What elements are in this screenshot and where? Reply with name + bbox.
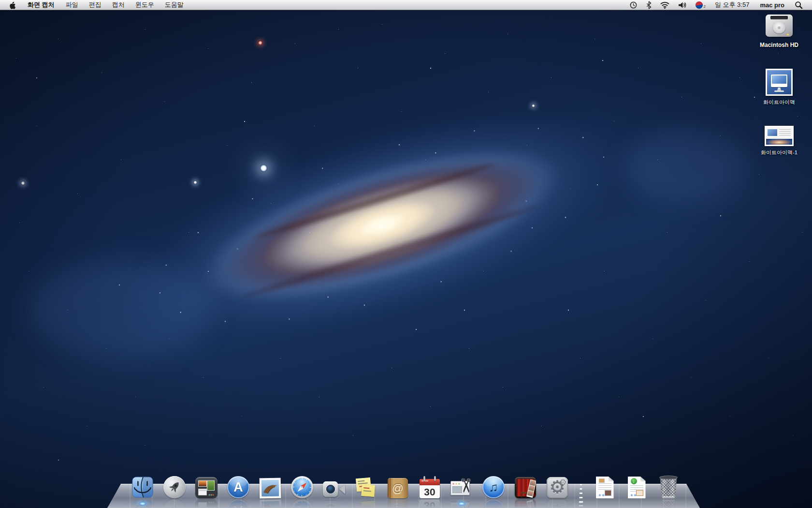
dock-item-trash[interactable] bbox=[657, 476, 680, 498]
dock-item-document-1[interactable] bbox=[593, 477, 616, 498]
calendar-day: 30 bbox=[420, 485, 440, 498]
stickies-icon bbox=[355, 477, 377, 498]
menu-help[interactable]: 도움말 bbox=[160, 0, 189, 9]
dock-item-document-2[interactable]: ↓ bbox=[625, 477, 648, 498]
at-glyph: @ bbox=[392, 481, 404, 495]
dock-item-system-preferences[interactable]: ⚙ ⚙ bbox=[546, 477, 569, 498]
dock-separator bbox=[578, 484, 584, 498]
itunes-icon: ♫ bbox=[482, 476, 505, 498]
desktop-icon-macintosh-hd[interactable]: Macintosh HD bbox=[752, 14, 806, 48]
clock[interactable]: 일 오후 3:57 bbox=[710, 0, 754, 9]
grab-icon: ✂ bbox=[450, 477, 473, 498]
mission-control-icon bbox=[195, 477, 218, 498]
address-book-icon: @ bbox=[388, 478, 408, 498]
korean-flag-icon bbox=[696, 1, 703, 9]
dock-item-address-book[interactable]: @ bbox=[386, 478, 409, 498]
desktop-icon-white-imac[interactable]: 화이트아이맥 bbox=[752, 69, 806, 105]
menu-edit[interactable]: 편집 bbox=[84, 0, 107, 9]
apple-menu[interactable] bbox=[6, 0, 22, 10]
dock-item-photo-booth[interactable] bbox=[514, 477, 537, 498]
image-file-icon bbox=[765, 126, 794, 146]
bluetooth-menu[interactable] bbox=[642, 0, 656, 10]
dock: A bbox=[0, 460, 812, 508]
photo-booth-icon bbox=[515, 477, 536, 498]
menu-file[interactable]: 파일 bbox=[60, 0, 84, 9]
volume-icon bbox=[678, 1, 687, 9]
music-note-glyph: ♫ bbox=[489, 480, 498, 495]
spotlight-menu[interactable] bbox=[790, 0, 807, 10]
finder-icon bbox=[131, 476, 154, 498]
image-file-icon bbox=[766, 69, 793, 96]
macos-desktop: { "menu_bar": { "apple_menu": "apple-log… bbox=[0, 0, 812, 508]
apple-logo-icon bbox=[9, 1, 16, 9]
document-icon bbox=[596, 477, 614, 498]
dock-item-ical[interactable]: 30 bbox=[418, 476, 441, 498]
running-indicator bbox=[458, 502, 465, 506]
ical-icon: 30 bbox=[420, 479, 440, 498]
small-gear-icon: ⚙ bbox=[559, 477, 567, 488]
safari-icon bbox=[291, 476, 313, 498]
dock-item-stickies[interactable] bbox=[354, 477, 377, 498]
document-download-icon: ↓ bbox=[628, 477, 646, 498]
input-source-menu[interactable]: 2 bbox=[691, 0, 710, 10]
active-app-menu[interactable]: 화면 캡처 bbox=[22, 0, 60, 9]
bluetooth-icon bbox=[646, 1, 652, 9]
input-badge: 2 bbox=[703, 4, 705, 9]
system-preferences-icon: ⚙ ⚙ bbox=[547, 477, 568, 498]
dock-item-finder[interactable] bbox=[131, 476, 154, 498]
running-indicator bbox=[139, 502, 146, 506]
volume-menu[interactable] bbox=[674, 0, 691, 10]
dock-item-safari[interactable] bbox=[290, 476, 314, 498]
dock-item-grab[interactable]: ✂ bbox=[450, 477, 473, 498]
spotlight-search-icon bbox=[795, 1, 803, 9]
dock-item-facetime[interactable] bbox=[322, 480, 346, 498]
facetime-icon bbox=[323, 480, 345, 498]
vignette bbox=[0, 0, 812, 508]
scissors-glyph: ✂ bbox=[455, 478, 477, 494]
launchpad-icon bbox=[163, 476, 186, 498]
dock-item-app-store[interactable]: A bbox=[227, 476, 250, 498]
dock-item-mission-control[interactable] bbox=[195, 477, 218, 498]
dock-item-mail[interactable] bbox=[259, 478, 282, 498]
desktop-icon-label: 화이트아이맥-1 bbox=[761, 149, 798, 156]
wifi-menu[interactable] bbox=[656, 0, 674, 10]
menu-capture[interactable]: 캡처 bbox=[107, 0, 130, 9]
mail-stamp-icon bbox=[260, 478, 281, 499]
time-machine-menu[interactable] bbox=[625, 0, 642, 10]
wallpaper-andromeda-galaxy bbox=[0, 0, 812, 508]
download-badge: ↓ bbox=[631, 478, 637, 484]
hard-drive-icon bbox=[765, 14, 793, 39]
app-store-icon: A bbox=[227, 476, 249, 498]
wifi-icon bbox=[660, 1, 669, 9]
time-machine-icon bbox=[629, 1, 638, 9]
dock-item-launchpad[interactable] bbox=[163, 476, 186, 498]
desktop-icon-white-imac-1[interactable]: 화이트아이맥-1 bbox=[752, 126, 806, 156]
desktop-icon-label: Macintosh HD bbox=[760, 42, 798, 48]
menu-window[interactable]: 윈도우 bbox=[130, 0, 160, 9]
trash-icon bbox=[658, 476, 679, 498]
user-switch-menu[interactable]: mac pro bbox=[754, 1, 790, 9]
desktop-icon-label: 화이트아이맥 bbox=[763, 99, 795, 105]
menu-bar: 화면 캡처 파일 편집 캡처 윈도우 도움말 bbox=[0, 0, 812, 10]
dock-item-itunes[interactable]: ♫ bbox=[482, 476, 505, 498]
app-store-letter: A bbox=[233, 480, 243, 495]
